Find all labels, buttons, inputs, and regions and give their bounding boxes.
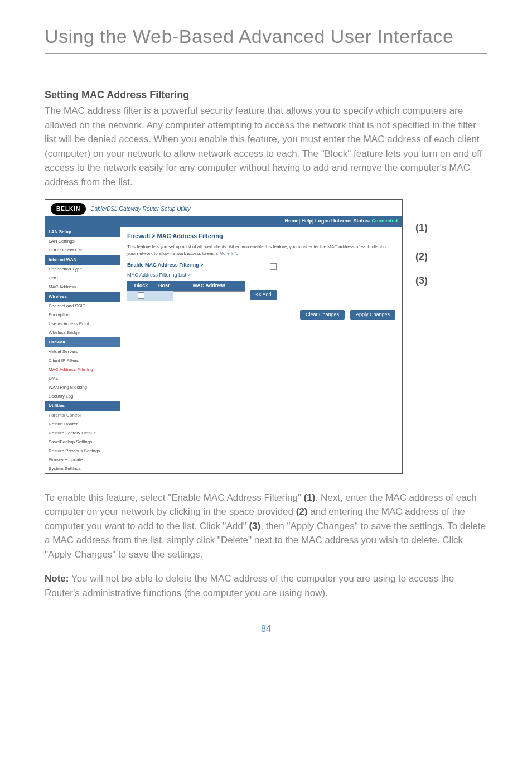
- router-ui-window: BELKIN Cable/DSL Gateway Router Setup Ut…: [45, 199, 403, 474]
- note-paragraph: Note: You will not be able to delete the…: [45, 572, 487, 600]
- sidebar-header-lan: LAN Setup: [45, 227, 120, 237]
- sidebar-item[interactable]: System Settings: [45, 464, 120, 473]
- sidebar-item[interactable]: Encryption: [45, 311, 120, 320]
- desc-text: This feature lets you set up a list of a…: [127, 244, 388, 256]
- sidebar-item[interactable]: Channel and SSID: [45, 302, 120, 311]
- title-divider: [45, 53, 487, 54]
- router-tagline: Cable/DSL Gateway Router Setup Utility: [90, 205, 190, 213]
- apply-changes-button[interactable]: Apply Changes: [350, 310, 395, 320]
- action-buttons-row: Clear Changes Apply Changes: [127, 310, 395, 320]
- filter-list-label: MAC Address Filtering List >: [127, 272, 395, 279]
- sidebar-item[interactable]: Firmware Update: [45, 456, 120, 464]
- router-topbar: Home| Help| Logout Internet Status: Conn…: [45, 216, 402, 227]
- sidebar-item[interactable]: Wireless Bridge: [45, 328, 120, 337]
- topbar-links[interactable]: Home| Help| Logout Internet Status:: [284, 218, 370, 224]
- ref-2: (2): [296, 506, 308, 517]
- sidebar-item[interactable]: DHCP Client List: [45, 246, 120, 255]
- sidebar-item[interactable]: Restart Router: [45, 420, 120, 429]
- router-sidebar: LAN Setup LAN Settings DHCP Client List …: [45, 227, 120, 473]
- sidebar-item[interactable]: Security Log: [45, 392, 120, 401]
- internet-status: Connected: [370, 218, 398, 224]
- sidebar-item[interactable]: Restore Previous Settings: [45, 447, 120, 456]
- note-label: Note:: [45, 573, 69, 584]
- callout-line-2: [360, 255, 413, 255]
- outro-paragraph-1: To enable this feature, select "Enable M…: [45, 491, 487, 562]
- intro-paragraph: The MAC address filter is a powerful sec…: [45, 104, 487, 189]
- sidebar-item[interactable]: Virtual Servers: [45, 347, 120, 356]
- sidebar-item[interactable]: Restore Factory Default: [45, 429, 120, 438]
- note-text: You will not be able to delete the MAC a…: [45, 573, 454, 598]
- mac-filter-table: Block Host MAC Address: [127, 281, 245, 302]
- callout-1: (1): [415, 220, 428, 235]
- router-content: Firewall > MAC Address Filtering This fe…: [120, 227, 402, 473]
- sidebar-item[interactable]: Use as Access Point: [45, 320, 120, 328]
- sidebar-item[interactable]: DMZ: [45, 374, 120, 383]
- content-title: Firewall > MAC Address Filtering: [127, 231, 395, 241]
- sidebar-item[interactable]: Parental Control: [45, 411, 120, 420]
- sidebar-item[interactable]: Connection Type: [45, 265, 120, 274]
- callout-line-3: [340, 279, 413, 279]
- enable-mac-filtering-link[interactable]: Enable MAC Address Filtering >: [127, 262, 203, 269]
- sidebar-item[interactable]: Save/Backup Settings: [45, 438, 120, 447]
- add-button[interactable]: << Add: [250, 290, 277, 300]
- sidebar-header-wireless: Wireless: [45, 292, 120, 302]
- clear-changes-button[interactable]: Clear Changes: [300, 310, 345, 320]
- more-info-link[interactable]: More Info: [219, 251, 238, 256]
- callout-3: (3): [415, 273, 428, 288]
- page-number: 84: [45, 622, 487, 636]
- router-body: LAN Setup LAN Settings DHCP Client List …: [45, 227, 402, 473]
- table-header-mac: MAC Address: [173, 281, 245, 291]
- mac-input[interactable]: [173, 291, 245, 302]
- sidebar-header-wan: Internet WAN: [45, 255, 120, 265]
- embedded-screenshot: BELKIN Cable/DSL Gateway Router Setup Ut…: [45, 199, 487, 474]
- sidebar-item[interactable]: WAN Ping Blocking: [45, 383, 120, 392]
- table-header-block: Block: [127, 281, 155, 291]
- sidebar-item[interactable]: DNS: [45, 274, 120, 283]
- router-header: BELKIN Cable/DSL Gateway Router Setup Ut…: [45, 200, 402, 216]
- callout-line-1: [284, 227, 413, 227]
- sidebar-item[interactable]: MAC Address: [45, 283, 120, 292]
- sidebar-item-mac-filtering[interactable]: MAC Address Filtering: [45, 365, 120, 374]
- page-title: Using the Web-Based Advanced User Interf…: [45, 22, 487, 51]
- ref-1: (1): [304, 492, 316, 503]
- outro-text-1a: To enable this feature, select "Enable M…: [45, 492, 304, 503]
- host-cell: [155, 291, 173, 301]
- sidebar-header-utilities: Utilities: [45, 401, 120, 411]
- section-heading: Setting MAC Address Filtering: [45, 88, 487, 103]
- sidebar-header-firewall: Firewall: [45, 337, 120, 347]
- ref-3: (3): [249, 521, 260, 531]
- belkin-logo: BELKIN: [51, 203, 86, 215]
- block-checkbox[interactable]: [138, 292, 144, 299]
- content-description: This feature lets you set up a list of a…: [127, 244, 395, 257]
- enable-mac-checkbox[interactable]: [270, 263, 277, 270]
- table-header-host: Host: [155, 281, 173, 291]
- sidebar-item[interactable]: Client IP Filters: [45, 356, 120, 365]
- sidebar-item[interactable]: LAN Settings: [45, 237, 120, 246]
- callout-2: (2): [415, 249, 428, 264]
